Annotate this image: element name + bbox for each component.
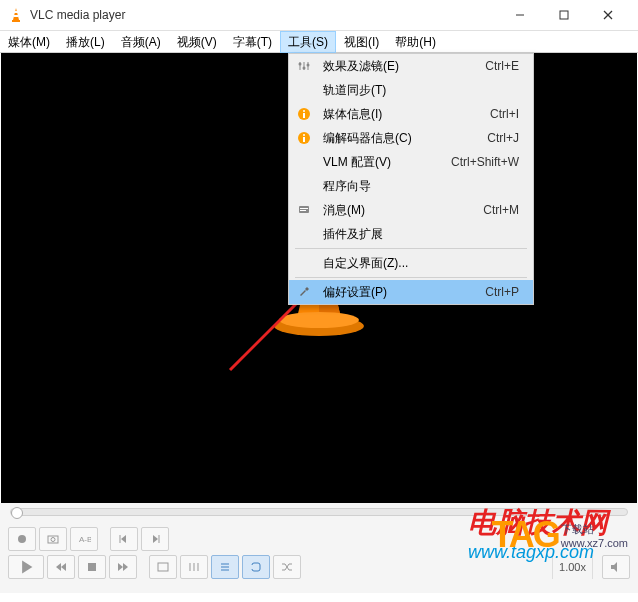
menu-separator [295,277,527,278]
menu-vlm-config[interactable]: VLM 配置(V) Ctrl+Shift+W [289,150,533,174]
dd-label: 插件及扩展 [323,226,519,243]
wrench-icon [297,284,317,300]
menu-bar: 媒体(M) 播放(L) 音频(A) 视频(V) 字幕(T) 工具(S) 视图(I… [0,31,638,53]
seek-thumb[interactable] [11,507,23,519]
maximize-button[interactable] [542,0,586,30]
dd-label: 消息(M) [323,202,483,219]
minimize-button[interactable] [498,0,542,30]
dd-shortcut: Ctrl+E [485,59,519,73]
svg-rect-24 [303,137,305,142]
menu-plugins[interactable]: 插件及扩展 [289,222,533,246]
record-button[interactable] [8,527,36,551]
svg-point-25 [303,134,305,136]
info-icon [297,130,317,146]
stop-button[interactable] [78,555,106,579]
play-button[interactable] [8,555,44,579]
svg-rect-42 [88,563,96,571]
menu-customize-interface[interactable]: 自定义界面(Z)... [289,251,533,275]
watermark-overlay: 电脑技术网 www.tagxp.com TAG 下载站 www.xz7.com [468,504,608,563]
dd-shortcut: Ctrl+Shift+W [451,155,519,169]
menu-subtitle[interactable]: 字幕(T) [225,31,280,53]
svg-point-31 [18,535,26,543]
dd-shortcut: Ctrl+P [485,285,519,299]
menu-media[interactable]: 媒体(M) [0,31,58,53]
watermark-sub: 下载站 [561,522,628,537]
svg-rect-45 [158,563,168,571]
dd-shortcut: Ctrl+J [487,131,519,145]
loop-button[interactable] [242,555,270,579]
menu-view[interactable]: 视图(I) [336,31,387,53]
menu-codec-info[interactable]: 编解码器信息(C) Ctrl+J [289,126,533,150]
svg-rect-28 [300,210,306,211]
svg-rect-21 [303,113,305,118]
tools-dropdown-menu: 效果及滤镜(E) Ctrl+E 轨道同步(T) 媒体信息(I) Ctrl+I 编… [288,53,534,305]
svg-point-33 [51,538,55,542]
svg-marker-40 [56,563,61,571]
svg-marker-52 [611,562,617,572]
window-title: VLC media player [30,8,498,22]
svg-rect-3 [14,15,19,17]
watermark-tag: TAG [491,514,558,556]
menu-media-info[interactable]: 媒体信息(I) Ctrl+I [289,102,533,126]
snapshot-button[interactable] [39,527,67,551]
menu-playback[interactable]: 播放(L) [58,31,113,53]
vlc-app-icon [8,7,24,23]
svg-rect-27 [300,208,308,209]
svg-point-22 [303,110,305,112]
dd-label: 偏好设置(P) [323,284,485,301]
svg-point-19 [307,64,310,67]
svg-marker-41 [61,563,66,571]
svg-rect-5 [560,11,568,19]
watermark-url-2: www.xz7.com [561,537,628,549]
svg-marker-44 [123,563,128,571]
dd-shortcut: Ctrl+I [490,107,519,121]
svg-marker-35 [121,535,126,543]
skip-back-button[interactable] [47,555,75,579]
control-panel: A-B 1.00x 电脑技术网 www.tagxp.com TAG [0,523,638,593]
extended-settings-button[interactable] [180,555,208,579]
menu-preferences[interactable]: 偏好设置(P) Ctrl+P [289,280,533,304]
messages-icon [297,202,317,218]
dd-label: 媒体信息(I) [323,106,490,123]
dd-shortcut: Ctrl+M [483,203,519,217]
title-bar: VLC media player [0,0,638,31]
atob-loop-button[interactable]: A-B [70,527,98,551]
dd-label: 效果及滤镜(E) [323,58,485,75]
menu-video[interactable]: 视频(V) [169,31,225,53]
frame-forward-button[interactable] [141,527,169,551]
dd-label: 编解码器信息(C) [323,130,487,147]
skip-forward-button[interactable] [109,555,137,579]
svg-rect-2 [14,11,18,13]
close-button[interactable] [586,0,630,30]
dd-label: 轨道同步(T) [323,82,519,99]
sliders-icon [297,58,317,74]
svg-marker-39 [22,561,32,574]
fullscreen-button[interactable] [149,555,177,579]
svg-text:A-B: A-B [79,535,91,544]
frame-back-button[interactable] [110,527,138,551]
svg-point-18 [303,67,306,70]
svg-marker-0 [13,8,19,20]
menu-messages[interactable]: 消息(M) Ctrl+M [289,198,533,222]
svg-marker-37 [153,535,158,543]
svg-rect-26 [299,206,309,213]
svg-rect-1 [12,20,20,22]
menu-audio[interactable]: 音频(A) [113,31,169,53]
dd-label: 程序向导 [323,178,519,195]
menu-track-sync[interactable]: 轨道同步(T) [289,78,533,102]
playlist-button[interactable] [211,555,239,579]
dd-label: VLM 配置(V) [323,154,451,171]
menu-tools[interactable]: 工具(S) [280,31,336,53]
svg-point-17 [299,63,302,66]
menu-effects-filters[interactable]: 效果及滤镜(E) Ctrl+E [289,54,533,78]
menu-program-guide[interactable]: 程序向导 [289,174,533,198]
menu-help[interactable]: 帮助(H) [387,31,444,53]
dd-label: 自定义界面(Z)... [323,255,519,272]
svg-marker-43 [118,563,123,571]
shuffle-button[interactable] [273,555,301,579]
menu-separator [295,248,527,249]
info-icon [297,106,317,122]
